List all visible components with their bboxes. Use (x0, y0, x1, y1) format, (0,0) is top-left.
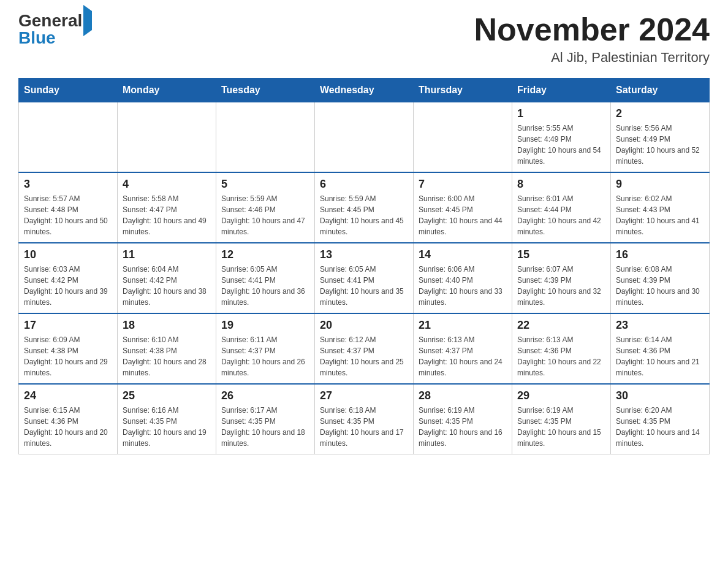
calendar-cell: 12Sunrise: 6:05 AM Sunset: 4:41 PM Dayli… (216, 243, 315, 313)
day-number: 27 (320, 389, 408, 402)
day-info: Sunrise: 6:19 AM Sunset: 4:35 PM Dayligh… (419, 405, 507, 449)
day-info: Sunrise: 6:11 AM Sunset: 4:37 PM Dayligh… (221, 334, 309, 378)
week-row-1: 1Sunrise: 5:55 AM Sunset: 4:49 PM Daylig… (19, 102, 710, 173)
calendar-cell: 18Sunrise: 6:10 AM Sunset: 4:38 PM Dayli… (118, 313, 216, 384)
weekday-header-row: SundayMondayTuesdayWednesdayThursdayFrid… (19, 79, 710, 102)
calendar-cell: 23Sunrise: 6:14 AM Sunset: 4:36 PM Dayli… (611, 313, 710, 384)
day-info: Sunrise: 5:59 AM Sunset: 4:45 PM Dayligh… (320, 193, 408, 237)
weekday-header-friday: Friday (512, 79, 611, 102)
calendar-cell: 6Sunrise: 5:59 AM Sunset: 4:45 PM Daylig… (315, 172, 414, 243)
calendar-cell: 26Sunrise: 6:17 AM Sunset: 4:35 PM Dayli… (216, 384, 315, 454)
calendar-cell (216, 102, 315, 173)
week-row-2: 3Sunrise: 5:57 AM Sunset: 4:48 PM Daylig… (19, 172, 710, 243)
day-number: 5 (221, 178, 309, 191)
calendar-cell: 29Sunrise: 6:19 AM Sunset: 4:35 PM Dayli… (512, 384, 611, 454)
day-info: Sunrise: 5:57 AM Sunset: 4:48 PM Dayligh… (24, 193, 112, 237)
calendar-cell: 2Sunrise: 5:56 AM Sunset: 4:49 PM Daylig… (611, 102, 710, 173)
blue-word: Blue (18, 29, 56, 47)
day-info: Sunrise: 6:13 AM Sunset: 4:37 PM Dayligh… (419, 334, 507, 378)
day-number: 29 (517, 389, 605, 402)
day-info: Sunrise: 6:14 AM Sunset: 4:36 PM Dayligh… (616, 334, 704, 378)
calendar-cell: 25Sunrise: 6:16 AM Sunset: 4:35 PM Dayli… (118, 384, 216, 454)
day-info: Sunrise: 5:58 AM Sunset: 4:47 PM Dayligh… (123, 193, 211, 237)
calendar-cell: 28Sunrise: 6:19 AM Sunset: 4:35 PM Dayli… (414, 384, 512, 454)
logo-blue-text: Blue (18, 29, 56, 47)
day-info: Sunrise: 5:56 AM Sunset: 4:49 PM Dayligh… (616, 123, 704, 167)
calendar-cell: 30Sunrise: 6:20 AM Sunset: 4:35 PM Dayli… (611, 384, 710, 454)
calendar-table: SundayMondayTuesdayWednesdayThursdayFrid… (18, 78, 710, 454)
calendar-cell: 1Sunrise: 5:55 AM Sunset: 4:49 PM Daylig… (512, 102, 611, 173)
calendar-cell: 4Sunrise: 5:58 AM Sunset: 4:47 PM Daylig… (118, 172, 216, 243)
day-number: 12 (221, 248, 309, 261)
calendar-cell (19, 102, 118, 173)
calendar-cell: 13Sunrise: 6:05 AM Sunset: 4:41 PM Dayli… (315, 243, 414, 313)
day-number: 1 (517, 107, 605, 120)
calendar-cell: 5Sunrise: 5:59 AM Sunset: 4:46 PM Daylig… (216, 172, 315, 243)
day-info: Sunrise: 6:08 AM Sunset: 4:39 PM Dayligh… (616, 264, 704, 308)
weekday-header-sunday: Sunday (19, 79, 118, 102)
calendar-cell: 24Sunrise: 6:15 AM Sunset: 4:36 PM Dayli… (19, 384, 118, 454)
calendar-cell: 11Sunrise: 6:04 AM Sunset: 4:42 PM Dayli… (118, 243, 216, 313)
page-header: General Blue November 2024 Al Jib, Pales… (18, 12, 710, 66)
calendar-cell (118, 102, 216, 173)
day-number: 18 (123, 319, 211, 332)
day-number: 7 (419, 178, 507, 191)
general-word: General (18, 11, 82, 30)
day-number: 23 (616, 319, 704, 332)
day-info: Sunrise: 6:20 AM Sunset: 4:35 PM Dayligh… (616, 405, 704, 449)
day-number: 13 (320, 248, 408, 261)
day-number: 6 (320, 178, 408, 191)
calendar-cell: 22Sunrise: 6:13 AM Sunset: 4:36 PM Dayli… (512, 313, 611, 384)
day-info: Sunrise: 6:17 AM Sunset: 4:35 PM Dayligh… (221, 405, 309, 449)
day-number: 28 (419, 389, 507, 402)
day-number: 2 (616, 107, 704, 120)
month-title: November 2024 (474, 12, 710, 47)
day-info: Sunrise: 6:06 AM Sunset: 4:40 PM Dayligh… (419, 264, 507, 308)
day-info: Sunrise: 6:02 AM Sunset: 4:43 PM Dayligh… (616, 193, 704, 237)
calendar-cell: 3Sunrise: 5:57 AM Sunset: 4:48 PM Daylig… (19, 172, 118, 243)
logo-general-text: General (18, 12, 92, 29)
day-info: Sunrise: 6:05 AM Sunset: 4:41 PM Dayligh… (320, 264, 408, 308)
day-info: Sunrise: 6:16 AM Sunset: 4:35 PM Dayligh… (123, 405, 211, 449)
day-number: 10 (24, 248, 112, 261)
week-row-5: 24Sunrise: 6:15 AM Sunset: 4:36 PM Dayli… (19, 384, 710, 454)
logo: General Blue (18, 12, 92, 47)
day-number: 22 (517, 319, 605, 332)
day-info: Sunrise: 6:15 AM Sunset: 4:36 PM Dayligh… (24, 405, 112, 449)
week-row-4: 17Sunrise: 6:09 AM Sunset: 4:38 PM Dayli… (19, 313, 710, 384)
week-row-3: 10Sunrise: 6:03 AM Sunset: 4:42 PM Dayli… (19, 243, 710, 313)
day-number: 30 (616, 389, 704, 402)
calendar-cell: 20Sunrise: 6:12 AM Sunset: 4:37 PM Dayli… (315, 313, 414, 384)
calendar-cell: 21Sunrise: 6:13 AM Sunset: 4:37 PM Dayli… (414, 313, 512, 384)
weekday-header-wednesday: Wednesday (315, 79, 414, 102)
weekday-header-tuesday: Tuesday (216, 79, 315, 102)
day-info: Sunrise: 6:05 AM Sunset: 4:41 PM Dayligh… (221, 264, 309, 308)
day-info: Sunrise: 6:12 AM Sunset: 4:37 PM Dayligh… (320, 334, 408, 378)
day-number: 16 (616, 248, 704, 261)
calendar-cell: 14Sunrise: 6:06 AM Sunset: 4:40 PM Dayli… (414, 243, 512, 313)
day-info: Sunrise: 6:07 AM Sunset: 4:39 PM Dayligh… (517, 264, 605, 308)
day-number: 3 (24, 178, 112, 191)
day-info: Sunrise: 6:10 AM Sunset: 4:38 PM Dayligh… (123, 334, 211, 378)
weekday-header-saturday: Saturday (611, 79, 710, 102)
weekday-header-thursday: Thursday (414, 79, 512, 102)
calendar-cell: 16Sunrise: 6:08 AM Sunset: 4:39 PM Dayli… (611, 243, 710, 313)
day-info: Sunrise: 6:01 AM Sunset: 4:44 PM Dayligh… (517, 193, 605, 237)
day-info: Sunrise: 6:18 AM Sunset: 4:35 PM Dayligh… (320, 405, 408, 449)
day-info: Sunrise: 6:03 AM Sunset: 4:42 PM Dayligh… (24, 264, 112, 308)
day-number: 11 (123, 248, 211, 261)
calendar-cell: 7Sunrise: 6:00 AM Sunset: 4:45 PM Daylig… (414, 172, 512, 243)
calendar-cell (315, 102, 414, 173)
calendar-cell: 8Sunrise: 6:01 AM Sunset: 4:44 PM Daylig… (512, 172, 611, 243)
day-number: 25 (123, 389, 211, 402)
day-number: 19 (221, 319, 309, 332)
calendar-cell: 9Sunrise: 6:02 AM Sunset: 4:43 PM Daylig… (611, 172, 710, 243)
logo-triangle-icon (83, 5, 92, 36)
calendar-cell (414, 102, 512, 173)
calendar-cell: 15Sunrise: 6:07 AM Sunset: 4:39 PM Dayli… (512, 243, 611, 313)
title-block: November 2024 Al Jib, Palestinian Territ… (474, 12, 710, 66)
day-info: Sunrise: 6:19 AM Sunset: 4:35 PM Dayligh… (517, 405, 605, 449)
day-number: 14 (419, 248, 507, 261)
day-number: 21 (419, 319, 507, 332)
calendar-cell: 10Sunrise: 6:03 AM Sunset: 4:42 PM Dayli… (19, 243, 118, 313)
